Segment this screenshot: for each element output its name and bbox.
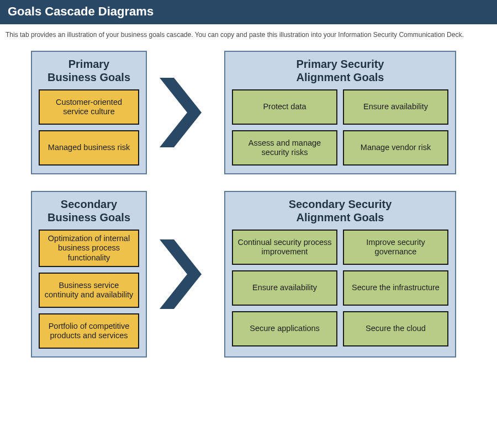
page-header: Goals Cascade Diagrams (0, 0, 497, 24)
goal-card: Customer-oriented service culture (39, 89, 139, 125)
svg-marker-1 (160, 239, 202, 309)
panel-secondary-business-goals: Secondary Business Goals Optimization of… (31, 191, 147, 358)
panel-primary-security-goals: Primary Security Alignment Goals Protect… (224, 51, 456, 174)
page-description: This tab provides an illustration of you… (6, 31, 493, 39)
goal-card: Portfolio of competitive products and se… (39, 313, 139, 349)
panel-secondary-security-goals: Secondary Security Alignment Goals Conti… (224, 191, 456, 358)
goal-card: Ensure availability (343, 89, 448, 125)
page-title: Goals Cascade Diagrams (8, 4, 154, 18)
cascade-row-secondary: Secondary Business Goals Optimization of… (31, 191, 493, 358)
cascade-arrow (147, 51, 224, 174)
panel-title: Secondary Business Goals (47, 198, 130, 224)
goal-card: Ensure availability (232, 270, 337, 306)
goal-card: Secure the infrastructure (343, 270, 448, 306)
goal-card: Continual security process improvement (232, 230, 337, 265)
panel-primary-business-goals: Primary Business Goals Customer-oriented… (31, 51, 147, 174)
panel-title: Secondary Security Alignment Goals (289, 198, 392, 224)
cascade-row-primary: Primary Business Goals Customer-oriented… (31, 51, 493, 174)
goal-card: Protect data (232, 89, 337, 125)
panel-title: Primary Security Alignment Goals (297, 57, 384, 84)
goal-card: Secure the cloud (343, 311, 448, 346)
panel-title: Primary Business Goals (47, 57, 130, 84)
goal-card: Manage vendor risk (343, 130, 448, 166)
goal-card: Assess and manage security risks (232, 130, 337, 166)
cascade-arrow (147, 191, 224, 358)
chevron-right-icon (155, 71, 216, 154)
card-group: Optimization of internal business proces… (39, 230, 139, 349)
goal-card: Optimization of internal business proces… (39, 230, 139, 267)
goal-card: Managed business risk (39, 130, 139, 166)
goal-card: Business service continuity and availabi… (39, 273, 139, 308)
chevron-right-icon (155, 233, 216, 316)
goal-card: Improve security governance (343, 230, 448, 265)
card-group: Protect data Ensure availability Assess … (232, 89, 448, 166)
goal-card: Secure applications (232, 311, 337, 346)
card-group: Customer-oriented service culture Manage… (39, 89, 139, 166)
card-group: Continual security process improvement I… (232, 230, 448, 346)
svg-marker-0 (160, 78, 202, 147)
